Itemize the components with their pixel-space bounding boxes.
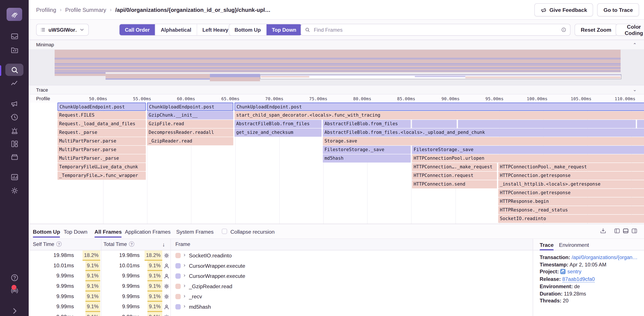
flame-frame-start_child_span_decorator.-locals-.func_with_tracing[interactable]: start_child_span_decorator.<locals>.func… bbox=[234, 111, 644, 119]
sidebar-item-releases[interactable] bbox=[6, 151, 24, 163]
find-frames-input[interactable] bbox=[313, 26, 558, 33]
transaction-link[interactable]: /api/0/organizations/{organ… bbox=[572, 255, 638, 260]
tab-application-frames[interactable]: Application Frames bbox=[125, 224, 170, 239]
table-row[interactable]: 9.99ms9.1%9.99ms9.1%›_GzipReader.read bbox=[29, 281, 533, 292]
direction-option-top-down[interactable]: Top Down bbox=[266, 24, 302, 35]
sidebar-item-stats[interactable] bbox=[6, 171, 24, 183]
flame-frame-_install_httplib.-locals-.getresponse[interactable]: _install_httplib.<locals>.getresponse bbox=[498, 180, 644, 188]
tab-trace[interactable]: Trace bbox=[540, 239, 554, 250]
thread-selector-dropdown[interactable]: uWSGIWor… bbox=[36, 24, 89, 35]
sidebar-item-traces[interactable] bbox=[6, 77, 24, 89]
sidebar-item-replays[interactable] bbox=[6, 111, 24, 123]
flame-frame-httpresponse.begin[interactable]: HTTPResponse.begin bbox=[498, 197, 644, 206]
breadcrumb-profile-summary[interactable]: Profile Summary bbox=[65, 7, 106, 13]
direction-option-bottom-up[interactable]: Bottom Up bbox=[229, 24, 266, 35]
table-row[interactable]: 10.01ms9.1%10.01ms9.1%›CursorWrapper.exe… bbox=[29, 261, 533, 271]
tab-system-frames[interactable]: System Frames bbox=[176, 224, 214, 239]
total-time-column-header[interactable]: Total Time? bbox=[104, 241, 134, 247]
question-icon[interactable]: ? bbox=[56, 241, 62, 247]
frame-column-header[interactable]: Frame bbox=[175, 241, 190, 247]
flame-frame-httpconnectionpool.urlopen[interactable]: HTTPConnectionPool.urlopen bbox=[412, 154, 644, 163]
expand-chevron-icon[interactable]: › bbox=[184, 262, 185, 268]
table-row[interactable]: 9.99ms9.1%9.99ms9.1%›CursorWrapper.execu… bbox=[29, 271, 533, 281]
sort-option-left-heavy[interactable]: Left Heavy bbox=[197, 24, 234, 35]
flame-frame-httpconnection.request[interactable]: HTTPConnection.request bbox=[412, 172, 497, 180]
minimap-collapse-icon[interactable]: ⌃ bbox=[633, 42, 637, 47]
reset-zoom-button[interactable]: Reset Zoom bbox=[574, 24, 618, 35]
sort-direction-icon[interactable]: ↓ bbox=[162, 241, 165, 248]
expand-chevron-icon[interactable]: › bbox=[184, 252, 185, 258]
expand-chevron-icon[interactable]: › bbox=[184, 303, 185, 309]
tab-all-frames[interactable]: All Frames bbox=[94, 224, 122, 239]
flame-frame-request._load_data_and_files[interactable]: Request._load_data_and_files bbox=[58, 120, 146, 128]
sentry-logo[interactable] bbox=[6, 8, 22, 21]
tab-bottom-up[interactable]: Bottom Up bbox=[33, 224, 60, 239]
sidebar-item-settings[interactable] bbox=[6, 184, 24, 197]
find-frames-search[interactable] bbox=[301, 24, 570, 35]
flame-frame[interactable] bbox=[458, 120, 636, 128]
flame-frame-abstractfileblob.from_files[interactable]: AbstractFileBlob.from_files bbox=[234, 120, 322, 128]
question-icon[interactable]: ? bbox=[129, 241, 134, 247]
sidebar-item-dashboards[interactable] bbox=[6, 138, 24, 150]
give-feedback-button[interactable]: Give Feedback bbox=[534, 3, 593, 16]
table-row[interactable]: 9.99ms9.1%9.99ms9.1%›md5hash bbox=[29, 302, 533, 312]
tab-environment[interactable]: Environment bbox=[559, 239, 589, 250]
flame-frame-gzipfile.read[interactable]: GzipFile.read bbox=[147, 120, 233, 128]
flame-frame-chunkuploadendpoint.post[interactable]: ChunkUploadEndpoint.post bbox=[147, 103, 233, 111]
flame-frame-chunkuploadendpoint.post[interactable]: ChunkUploadEndpoint.post bbox=[234, 103, 644, 111]
info-icon[interactable] bbox=[561, 27, 566, 32]
table-row[interactable]: 9.99ms9.1%9.99ms9.1% bbox=[29, 312, 533, 316]
table-row[interactable]: 19.98ms18.2%19.98ms18.2%›SocketIO.readin… bbox=[29, 251, 533, 261]
expand-chevron-icon[interactable]: › bbox=[184, 293, 185, 299]
sidebar-item-issues[interactable] bbox=[6, 30, 24, 42]
table-row[interactable]: 9.99ms9.1%9.99ms9.1%›_recv bbox=[29, 292, 533, 302]
project-link[interactable]: sentry bbox=[568, 269, 582, 275]
layout-right-panel-icon[interactable] bbox=[631, 227, 639, 236]
flame-frame-multipartparser.parse[interactable]: MultiPartParser.parse bbox=[58, 146, 146, 154]
flame-frame-httpconnectionpool._make_request[interactable]: HTTPConnectionPool._make_request bbox=[498, 163, 644, 171]
flame-frame[interactable] bbox=[412, 120, 457, 128]
flame-frame-md5hash[interactable]: md5hash bbox=[323, 154, 411, 163]
flame-frame-storage.save[interactable]: Storage.save bbox=[323, 137, 644, 145]
flame-frame-abstractfileblob.from_files.-locals-._upload_and_pend_chunk[interactable]: AbstractFileBlob.from_files.<locals>._up… bbox=[323, 128, 644, 137]
flame-frame-request._parse[interactable]: Request._parse bbox=[58, 128, 146, 137]
layout-bottom-panel-icon[interactable] bbox=[622, 227, 630, 236]
sidebar-item-expand[interactable] bbox=[6, 305, 24, 316]
flame-frame-get_size_and_checksum[interactable]: get_size_and_checksum bbox=[234, 128, 322, 137]
layout-left-panel-icon[interactable] bbox=[614, 227, 622, 236]
flame-frame-httpconnection.send[interactable]: HTTPConnection.send bbox=[412, 180, 497, 188]
flame-frame-multipartparser.parse[interactable]: MultiPartParser.parse bbox=[58, 137, 146, 145]
release-link[interactable]: 87aab1d9cfa0 bbox=[562, 276, 595, 283]
sidebar-item-explore[interactable] bbox=[6, 43, 24, 56]
flame-frame-_temporaryfile-.func_wrapper[interactable]: _TemporaryFile…>.func_wrapper bbox=[58, 172, 146, 180]
flame-frame-temporaryfileu-ive_data_chunk[interactable]: TemporaryFileU…ive_data_chunk bbox=[58, 163, 146, 171]
flame-frame-filestorestorage._save[interactable]: FilestoreStorage._save bbox=[323, 146, 411, 154]
sidebar-item-broadcast[interactable] bbox=[6, 285, 24, 297]
flame-frame-socketio.readinto[interactable]: SocketIO.readinto bbox=[498, 215, 644, 223]
breadcrumb-profiling[interactable]: Profiling bbox=[36, 7, 56, 13]
minimap-canvas[interactable] bbox=[29, 49, 644, 85]
flame-frame-multipartparser._parse[interactable]: MultiPartParser._parse bbox=[58, 154, 146, 163]
flame-frame-httpconnection.getresponse[interactable]: HTTPConnection.getresponse bbox=[498, 189, 644, 197]
sidebar-item-alerts[interactable] bbox=[6, 124, 24, 137]
flame-frame-abstractfileblob.from_files[interactable]: AbstractFileBlob.from_files bbox=[323, 120, 411, 128]
download-icon[interactable] bbox=[600, 227, 608, 236]
expand-chevron-icon[interactable]: › bbox=[184, 272, 185, 279]
flame-frame-_gzipreader.read[interactable]: _GzipReader.read bbox=[147, 137, 233, 145]
flame-frame-decompressreader.readall[interactable]: DecompressReader.readall bbox=[147, 128, 233, 137]
flame-frame[interactable] bbox=[637, 120, 644, 128]
flame-frame-httpconnection.getresponse[interactable]: HTTPConnection.getresponse bbox=[498, 172, 644, 180]
go-to-trace-button[interactable]: Go to Trace bbox=[598, 3, 639, 16]
sidebar-item-search[interactable] bbox=[6, 64, 24, 76]
flamegraph-canvas[interactable]: ChunkUploadEndpoint.postChunkUploadEndpo… bbox=[29, 103, 644, 224]
sidebar-item-feedback[interactable] bbox=[6, 97, 24, 109]
flame-frame-gzipchunk.__init__[interactable]: GzipChunk.__init__ bbox=[147, 111, 233, 119]
sort-option-call-order[interactable]: Call Order bbox=[120, 24, 156, 35]
flame-frame-chunkuploadendpoint.post[interactable]: ChunkUploadEndpoint.post bbox=[58, 103, 146, 111]
color-coding-dropdown[interactable]: Color Coding bbox=[616, 24, 639, 35]
sidebar-item-help[interactable] bbox=[6, 271, 24, 284]
flame-frame-request.files[interactable]: Request.FILES bbox=[58, 111, 146, 119]
sort-option-alphabetical[interactable]: Alphabetical bbox=[156, 24, 197, 35]
collapse-recursion-checkbox[interactable] bbox=[222, 229, 227, 234]
flame-frame-httpresponse._read_status[interactable]: HTTPResponse._read_status bbox=[498, 206, 644, 214]
